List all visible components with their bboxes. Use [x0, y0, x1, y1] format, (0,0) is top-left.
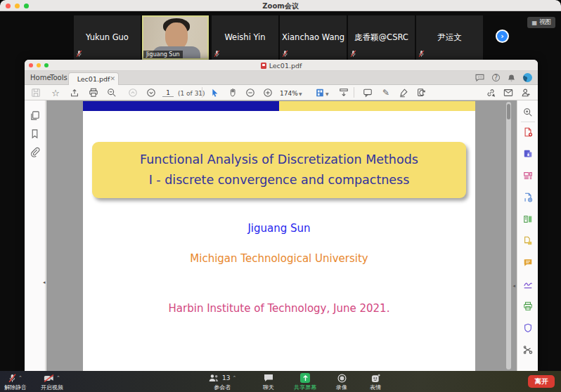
record-button[interactable]: 录像: [336, 373, 347, 391]
participant-tile[interactable]: 尹运文: [416, 15, 483, 60]
fill-form-icon[interactable]: [523, 214, 533, 224]
hand-tool-icon[interactable]: [227, 87, 238, 98]
zoom-window-title: Zoom会议: [0, 1, 561, 11]
print-icon[interactable]: [88, 87, 99, 98]
participants-icon: [208, 374, 220, 382]
email-icon[interactable]: [503, 87, 514, 98]
bookmarks-icon[interactable]: [30, 129, 40, 139]
protect-shield-icon[interactable]: [523, 323, 533, 333]
muted-mic-icon: [350, 50, 356, 58]
feedback-bubble-icon[interactable]: [475, 74, 484, 81]
zoom-out-icon[interactable]: [245, 87, 256, 98]
edit-pdf-icon[interactable]: [523, 192, 533, 202]
leave-meeting-button[interactable]: 离开: [528, 375, 555, 388]
participant-name: 庞香颖@CSRC: [348, 32, 415, 43]
muted-camera-icon: [44, 374, 54, 382]
notifications-bell-icon[interactable]: [508, 74, 515, 82]
participant-tile-active-speaker[interactable]: Jiguang Sun: [142, 15, 209, 60]
participant-name: Xianchao Wang: [280, 32, 347, 42]
signature-icon[interactable]: [398, 87, 409, 98]
participants-options-caret[interactable]: ⌃: [232, 375, 236, 381]
participant-name: Weishi Yin: [212, 32, 278, 42]
star-favorite-icon[interactable]: ☆: [50, 87, 61, 98]
participants-count: 13: [222, 374, 230, 381]
collapse-right-panel-arrow[interactable]: ◂: [512, 283, 515, 289]
start-video-button[interactable]: ⌃ 开启视频: [41, 373, 63, 391]
slide-title-line2: I - discrete convergence and compactness: [92, 170, 466, 190]
page-thumbnails-icon[interactable]: [30, 110, 40, 121]
view-mode-button[interactable]: ▦ 视图: [527, 17, 555, 28]
close-tab-icon[interactable]: ✕: [110, 73, 115, 85]
pdf-titlebar: Lec01.pdf: [25, 60, 538, 71]
document-canvas[interactable]: Functional Analysis of Discretization Me…: [46, 100, 517, 371]
zoom-titlebar: Zoom会议: [0, 0, 561, 11]
navigation-panel: [25, 100, 46, 371]
slide-header-yellow-bar: [279, 101, 475, 111]
scan-print-icon[interactable]: [523, 301, 533, 311]
pencil-annotate-icon[interactable]: ✎: [380, 87, 392, 98]
help-icon[interactable]: ?: [492, 74, 500, 81]
person-add-icon[interactable]: [520, 87, 531, 98]
zoom-in-icon[interactable]: [262, 87, 273, 98]
share-screen-icon: [300, 373, 310, 383]
participants-button[interactable]: 13 ⌃ 参会者: [208, 373, 236, 391]
muted-mic-icon: [282, 50, 288, 58]
share-screen-button[interactable]: 共享屏幕: [294, 373, 316, 391]
grid-view-icon: ▦: [531, 20, 537, 26]
pdf-toolbar: ☆ (1 of 31) 174% ▼ ▼ ✎: [25, 85, 538, 100]
record-icon: [337, 374, 347, 383]
comment-icon[interactable]: [362, 87, 373, 98]
participant-tile[interactable]: Xianchao Wang: [280, 15, 347, 60]
create-pdf-icon[interactable]: [523, 127, 533, 137]
video-options-caret[interactable]: ⌃: [56, 375, 60, 381]
combine-files-icon[interactable]: [523, 236, 533, 246]
page-display-caret[interactable]: ▼: [325, 91, 329, 96]
muted-mic-icon: [214, 50, 220, 58]
next-participants-page-button[interactable]: ›: [496, 30, 509, 43]
zoom-dropdown-caret[interactable]: ▼: [299, 91, 302, 96]
rotate-convert-icon[interactable]: [415, 87, 427, 98]
zoom-meeting-window: Zoom会议 Yukun Guo Jiguang Sun Weishi Yin …: [0, 0, 561, 392]
zoom-bottom-toolbar: ⌃ 解除静音 ⌃ 开启视频 13 ⌃ 参会者 聊天: [0, 371, 561, 392]
save-icon[interactable]: [30, 87, 41, 98]
nav-down-icon[interactable]: [146, 87, 157, 98]
participant-tile[interactable]: 庞香颖@CSRC: [348, 15, 415, 60]
tab-home[interactable]: Home: [30, 74, 51, 81]
scrollbar-thumb[interactable]: [507, 104, 510, 119]
muted-mic-icon: [8, 374, 16, 383]
page-count-label: (1 of 31): [178, 90, 205, 97]
share-link-icon[interactable]: [485, 87, 496, 98]
slide-page: Functional Analysis of Discretization Me…: [83, 101, 475, 371]
share-upload-icon[interactable]: [69, 87, 80, 98]
slide-venue: Harbin Institute of Technology, June 202…: [83, 302, 475, 315]
pdf-window-title: Lec01.pdf: [25, 62, 538, 70]
vertical-scrollbar[interactable]: [506, 102, 511, 370]
page-display-icon[interactable]: [314, 87, 325, 98]
reactions-button[interactable]: 表情: [370, 373, 381, 391]
mic-options-caret[interactable]: ⌃: [18, 375, 22, 381]
participant-tile[interactable]: Yukun Guo: [74, 15, 141, 60]
collapse-left-panel-arrow[interactable]: ◂: [43, 280, 46, 285]
convert-pdf-icon[interactable]: [523, 149, 533, 159]
search-zoom-icon[interactable]: [106, 87, 117, 98]
nav-up-icon[interactable]: [127, 87, 138, 98]
page-number-input[interactable]: [162, 89, 174, 97]
tab-tools[interactable]: Tools: [50, 74, 67, 81]
e-sign-icon[interactable]: [523, 280, 533, 289]
organize-pages-icon[interactable]: [523, 171, 533, 181]
participant-tile[interactable]: Weishi Yin: [212, 15, 278, 60]
chat-button[interactable]: 聊天: [263, 373, 274, 391]
fit-width-icon[interactable]: [338, 87, 349, 98]
unmute-button[interactable]: ⌃ 解除静音: [4, 373, 27, 391]
tab-document[interactable]: Lec01.pdf ✕: [68, 72, 119, 85]
more-tools-icon[interactable]: [523, 345, 533, 355]
slide-affiliation: Michigan Technological University: [83, 252, 475, 265]
select-cursor-icon[interactable]: [209, 87, 220, 98]
account-avatar[interactable]: [523, 73, 532, 82]
attachments-paperclip-icon[interactable]: [30, 147, 40, 157]
muted-mic-icon: [418, 50, 425, 58]
search-plus-icon[interactable]: [523, 107, 533, 117]
slide-header-blue-bar: [83, 101, 279, 111]
zoom-level-value[interactable]: 174%: [280, 90, 298, 97]
comments-icon[interactable]: [523, 258, 533, 268]
